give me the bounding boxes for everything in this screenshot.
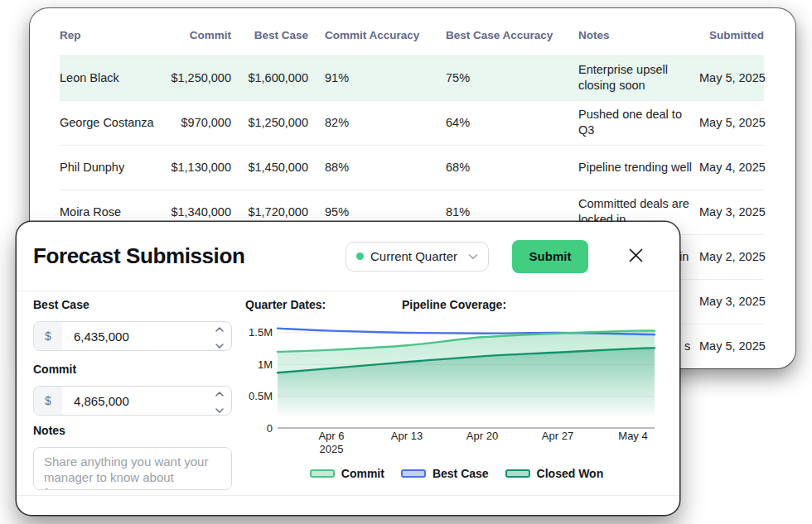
close-icon xyxy=(629,248,643,265)
stepper-down-icon[interactable] xyxy=(215,401,224,416)
cell-best_case_accuracy: 64% xyxy=(446,100,578,145)
column-header-commit: Commit xyxy=(167,8,231,55)
cell-best_case_accuracy: 68% xyxy=(446,145,578,190)
table-row[interactable]: Leon Black$1,250,000$1,600,00091%75%Ente… xyxy=(60,55,764,100)
column-header-commit_accuracy: Commit Accuracy xyxy=(308,8,446,55)
svg-text:0.5M: 0.5M xyxy=(249,390,273,402)
cell-rep: Leon Black xyxy=(60,55,167,100)
svg-text:0: 0 xyxy=(267,422,273,435)
submit-button[interactable]: Submit xyxy=(512,240,588,273)
table-row[interactable]: Phil Dunphy$1,130,000$1,450,00088%68%Pip… xyxy=(60,145,764,190)
chart-block: Quarter Dates: Pipeline Coverage: 00.5M1… xyxy=(245,298,668,495)
forecast-submission-modal: Forecast Submission Current Quarter Subm… xyxy=(17,222,679,515)
legend-item-commit: Commit xyxy=(310,467,384,480)
quarter-select-value: Current Quarter xyxy=(370,249,457,263)
commit-field[interactable]: $ xyxy=(33,386,232,416)
chevron-down-icon xyxy=(468,253,478,260)
cell-commit: $1,130,000 xyxy=(167,145,231,190)
cell-submitted: May 5, 2025 xyxy=(699,55,764,100)
notes-label: Notes xyxy=(33,424,232,437)
cell-submitted: May 3, 2025 xyxy=(699,190,764,234)
quarter-status-dot-icon xyxy=(356,252,364,260)
table-header-row: RepCommitBest CaseCommit AccuracyBest Ca… xyxy=(60,8,764,55)
best-case-stepper[interactable] xyxy=(208,321,231,351)
cell-commit_accuracy: 91% xyxy=(308,55,446,100)
cell-commit: $1,250,000 xyxy=(167,55,231,100)
column-header-submitted: Submitted xyxy=(699,8,764,55)
svg-text:2025: 2025 xyxy=(320,443,344,455)
column-header-best_case: Best Case xyxy=(231,8,308,55)
stepper-down-icon[interactable] xyxy=(215,337,224,351)
modal-header: Forecast Submission Current Quarter Subm… xyxy=(17,222,679,291)
cell-submitted: May 5, 2025 xyxy=(699,324,764,368)
legend-item-closed-won: Closed Won xyxy=(505,467,604,480)
close-button[interactable] xyxy=(623,244,648,269)
best-case-label: Best Case xyxy=(33,298,232,311)
cell-commit_accuracy: 88% xyxy=(308,145,446,190)
cell-best_case: $1,600,000 xyxy=(231,55,308,100)
modal-title: Forecast Submission xyxy=(33,243,244,269)
legend-label: Commit xyxy=(341,467,384,480)
svg-text:Apr 20: Apr 20 xyxy=(466,430,498,442)
commit-stepper[interactable] xyxy=(208,386,231,416)
cell-submitted: May 5, 2025 xyxy=(699,100,764,145)
table-row[interactable]: George Costanza$970,000$1,250,00082%64%P… xyxy=(60,100,764,145)
best-case-input[interactable] xyxy=(62,329,208,344)
chart-legend: CommitBest CaseClosed Won xyxy=(245,467,668,480)
column-header-rep: Rep xyxy=(60,8,167,55)
cell-best_case: $1,450,000 xyxy=(231,145,308,190)
legend-label: Closed Won xyxy=(537,467,604,480)
legend-swatch-icon xyxy=(401,469,426,478)
cell-submitted: May 2, 2025 xyxy=(699,234,764,279)
svg-text:May 4: May 4 xyxy=(618,430,647,442)
quarter-dates-label: Quarter Dates: xyxy=(245,298,326,311)
commit-input[interactable] xyxy=(62,394,208,408)
column-header-best_case_accuracy: Best Case Accuracy xyxy=(446,8,578,55)
svg-text:Apr 13: Apr 13 xyxy=(391,430,423,442)
cell-submitted: May 4, 2025 xyxy=(699,145,764,190)
column-header-notes: Notes xyxy=(578,8,699,55)
svg-text:1.5M: 1.5M xyxy=(249,326,273,339)
forecast-form: Best Case $ Commit $ Notes xyxy=(33,298,232,493)
legend-swatch-icon xyxy=(505,469,530,478)
cell-best_case_accuracy: 75% xyxy=(446,55,578,100)
quarter-select-dropdown[interactable]: Current Quarter xyxy=(346,242,489,272)
notes-textarea[interactable] xyxy=(33,447,232,490)
cell-notes: Pushed one deal to Q3 xyxy=(578,100,699,145)
svg-text:Apr 27: Apr 27 xyxy=(542,430,573,442)
cell-rep: George Costanza xyxy=(60,100,167,145)
cell-notes: Pipeline trending well xyxy=(578,145,699,190)
cell-rep: Phil Dunphy xyxy=(60,145,167,190)
stepper-up-icon[interactable] xyxy=(215,321,224,335)
cell-best_case: $1,250,000 xyxy=(231,100,308,145)
cell-commit: $970,000 xyxy=(167,100,231,145)
modal-bottom-divider xyxy=(17,495,679,496)
cell-notes: Enterprise upsell closing soon xyxy=(578,55,699,100)
cell-submitted: May 3, 2025 xyxy=(699,279,764,324)
stepper-up-icon[interactable] xyxy=(215,386,224,400)
svg-text:1M: 1M xyxy=(258,358,273,371)
currency-prefix: $ xyxy=(34,387,62,415)
cell-commit_accuracy: 82% xyxy=(308,100,446,145)
pipeline-coverage-label: Pipeline Coverage: xyxy=(402,298,506,311)
svg-text:Apr 6: Apr 6 xyxy=(318,430,344,442)
legend-item-best-case: Best Case xyxy=(401,467,489,480)
commit-label: Commit xyxy=(33,363,232,376)
currency-prefix: $ xyxy=(34,322,62,350)
legend-swatch-icon xyxy=(310,469,335,478)
pipeline-coverage-chart: 00.5M1M1.5MApr 62025Apr 13Apr 20Apr 27Ma… xyxy=(245,318,668,459)
best-case-field[interactable]: $ xyxy=(33,321,232,351)
legend-label: Best Case xyxy=(433,467,489,480)
